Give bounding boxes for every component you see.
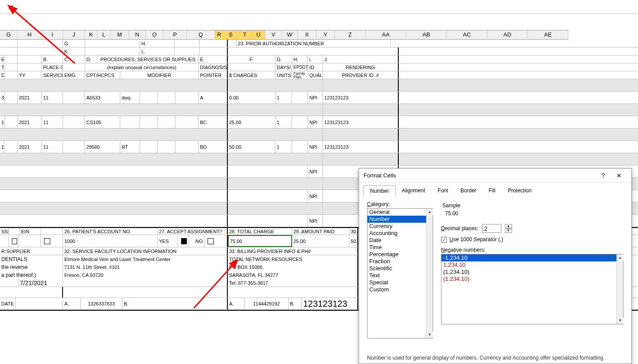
column-header-R[interactable]: R — [215, 30, 224, 39]
category-fraction[interactable]: Fraction — [367, 258, 433, 265]
diag[interactable]: A — [199, 92, 228, 103]
column-header-K[interactable]: K — [85, 30, 97, 39]
tab-alignment[interactable]: Alignment — [396, 185, 431, 197]
column-header-AD[interactable]: AD — [487, 30, 528, 39]
negative-option-3[interactable]: (1,234.10) — [441, 276, 623, 283]
qual[interactable]: NPI — [308, 116, 323, 128]
mod[interactable] — [120, 116, 140, 128]
negative-option-1[interactable]: 1,234.10 — [441, 261, 623, 268]
help-button[interactable]: ? — [595, 170, 611, 181]
spin-down-icon[interactable]: ▼ — [505, 228, 512, 233]
column-header-O[interactable]: O — [146, 30, 163, 39]
column-header-U[interactable]: U — [252, 30, 265, 39]
column-header-J[interactable]: J — [63, 30, 85, 39]
qual[interactable]: NPI — [308, 141, 323, 153]
column-header-M[interactable]: M — [111, 30, 129, 39]
negative-option-0[interactable]: -1,234.10 — [441, 254, 623, 261]
yy[interactable]: 2021 — [18, 116, 42, 128]
column-header-AB[interactable]: AB — [406, 30, 447, 39]
total-charge-cell[interactable]: 75.00 — [228, 235, 292, 247]
column-header-AE[interactable]: AE — [528, 30, 568, 39]
column-header-V[interactable]: V — [265, 30, 282, 39]
column-header-X[interactable]: X — [298, 30, 316, 39]
column-header-Y[interactable]: Y — [316, 30, 335, 39]
category-scientific[interactable]: Scientific — [367, 265, 433, 272]
column-header-AC[interactable]: AC — [447, 30, 487, 39]
category-time[interactable]: Time — [367, 244, 433, 251]
column-header-G[interactable]: G — [0, 30, 18, 39]
column-header-P[interactable]: P — [163, 30, 187, 39]
decimal-spinner[interactable]: ▲ ▼ — [505, 224, 512, 233]
column-header-S[interactable]: S — [224, 30, 238, 39]
yy[interactable]: 2021 — [18, 92, 42, 103]
negative-option-2[interactable]: (1,234.10) — [441, 268, 623, 276]
category-date[interactable]: Date — [367, 237, 433, 244]
ssn-checkbox[interactable] — [12, 238, 17, 244]
emg[interactable] — [63, 116, 85, 128]
dd[interactable]: 12 — [0, 141, 4, 153]
category-percentage[interactable]: Percentage — [367, 251, 433, 258]
pos[interactable]: 11 — [42, 92, 63, 103]
provider-id[interactable]: 123123123 — [323, 116, 399, 128]
scroll-up-icon[interactable]: ▲ — [427, 209, 433, 215]
provider-id[interactable]: 123123123 — [323, 141, 399, 153]
column-header-Z[interactable]: Z — [335, 30, 366, 39]
mod[interactable]: RT — [120, 141, 140, 153]
units[interactable]: 1 — [275, 141, 292, 153]
tab-fill[interactable]: Fill — [482, 185, 501, 197]
charge[interactable]: 25.00 — [228, 116, 275, 128]
column-header-Q[interactable]: Q — [187, 30, 215, 39]
category-scrollbar[interactable]: ▲ ▼ — [426, 209, 433, 338]
yy[interactable]: 2021 — [18, 141, 42, 153]
emg[interactable] — [63, 92, 85, 103]
dd[interactable]: 3 — [0, 92, 4, 103]
cpt[interactable]: 29580 — [85, 141, 120, 153]
neg-scroll-up-icon[interactable]: ▲ — [617, 254, 623, 261]
pos[interactable]: 11 — [42, 116, 63, 128]
column-header-L[interactable]: L — [97, 30, 111, 39]
tab-protection[interactable]: Protection — [501, 185, 538, 197]
yes-checkbox[interactable] — [181, 238, 187, 244]
neg-scroll-down-icon[interactable]: ▼ — [617, 317, 623, 324]
mod[interactable]: dwq — [120, 92, 140, 103]
account-no[interactable]: 1000 — [63, 235, 158, 247]
units[interactable]: 1 — [275, 116, 292, 128]
category-general[interactable]: General — [367, 209, 433, 216]
negative-list[interactable]: -1,234.101,234.10(1,234.10)(1,234.10) ▲ … — [441, 254, 623, 324]
column-header-H[interactable]: H — [18, 30, 42, 39]
negative-scrollbar[interactable]: ▲ ▼ — [616, 254, 623, 324]
column-header-AA[interactable]: AA — [366, 30, 406, 39]
ein-checkbox[interactable] — [44, 238, 50, 244]
column-header-W[interactable]: W — [282, 30, 298, 39]
balance-cell[interactable]: 50. — [349, 235, 358, 247]
units[interactable]: 1 — [275, 92, 292, 103]
spin-up-icon[interactable]: ▲ — [505, 224, 512, 228]
charge[interactable]: 50.00 — [228, 141, 275, 153]
cpt[interactable]: A6533 — [85, 92, 120, 103]
diag[interactable]: BC — [199, 116, 228, 128]
category-special[interactable]: Special — [367, 279, 433, 286]
separator-checkbox[interactable]: ✓ — [441, 237, 447, 243]
column-header-I[interactable]: I — [42, 30, 63, 39]
amount-paid-cell[interactable]: 25.00 — [292, 235, 349, 247]
cpt[interactable]: CS105 — [85, 116, 120, 128]
category-text[interactable]: Text — [367, 272, 433, 279]
no-checkbox[interactable] — [208, 238, 214, 244]
category-list[interactable]: GeneralNumberCurrencyAccountingDateTimeP… — [367, 208, 433, 338]
category-currency[interactable]: Currency — [367, 223, 433, 230]
category-accounting[interactable]: Accounting — [367, 230, 433, 237]
category-custom[interactable]: Custom — [367, 286, 433, 293]
qual[interactable]: NPI — [308, 92, 323, 103]
category-number[interactable]: Number — [367, 216, 433, 223]
pos[interactable]: 11 — [42, 141, 63, 153]
tab-font[interactable]: Font — [431, 185, 454, 197]
diag[interactable]: BD — [199, 141, 228, 153]
column-header-N[interactable]: N — [129, 30, 146, 39]
provider-id[interactable]: 123123123 — [323, 92, 399, 103]
tab-number[interactable]: Number — [364, 185, 396, 197]
scroll-down-icon[interactable]: ▼ — [427, 331, 433, 338]
decimal-input[interactable] — [482, 224, 501, 233]
close-button[interactable]: ✕ — [611, 170, 627, 181]
dd[interactable]: 1 — [0, 116, 4, 128]
tab-border[interactable]: Border — [454, 185, 482, 197]
